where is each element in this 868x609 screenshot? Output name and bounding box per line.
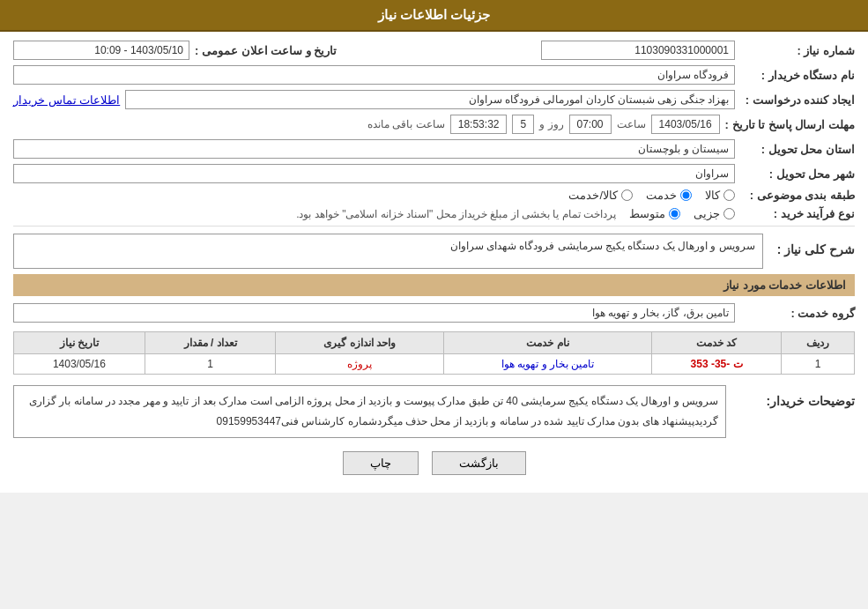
tamas-khardar-link[interactable]: اطلاعات تماس خریدار [13,93,120,107]
tabaqeh-radio-group: کالا خدمت کالا/خدمت [568,189,735,202]
cell-tarikh: 1403/05/16 [14,354,145,375]
grohe-khedmat-value: تامین برق، گاز، بخار و تهویه هوا [13,303,735,323]
col-vahed: واحد اندازه گیری [276,332,443,354]
toshihat-label: توضیحات خریدار: [740,394,855,408]
khadamat-section-header: اطلاعات خدمات مورد نیاز [13,274,855,296]
ostan-row: استان محل تحویل : سیستان و بلوچستان [13,139,855,159]
tabaqeh-kala-khedmat-item: کالا/خدمت [568,189,633,202]
print-button[interactable]: چاپ [343,451,419,475]
col-nam: نام خدمت [443,332,651,354]
farayand-radio-group: جزیی متوسط پرداخت تمام یا بخشی از مبلغ خ… [296,207,735,220]
shomare-niaz-value: 1103090331000001 [541,41,735,60]
shomare-niaz-row: شماره نیاز : 1103090331000001 تاریخ و سا… [13,41,855,60]
ijad-konandeh-label: ایجاد کننده درخواست : [740,93,855,107]
farayand-jozvi-label: جزیی [694,207,720,220]
table-header: ردیف کد خدمت نام خدمت واحد اندازه گیری ت… [14,332,855,354]
ijad-konandeh-value: بهزاد جنگی زهی شبستان کاردان امورمالی فر… [125,90,735,109]
ostan-value: سیستان و بلوچستان [13,139,735,159]
toshihat-value: سرویس و اورهال یک دستگاه یکیج سرمایشی 40… [13,385,726,438]
tabaqeh-kala-radio[interactable] [723,189,735,201]
tabaqeh-kala-item: کالا [705,189,735,202]
rooz-label: روز و [539,118,563,130]
farayand-motevaset-radio[interactable] [669,208,680,219]
table-body: 1 ت -35- 353 تامین بخار و تهویه هوا پروژ… [14,354,855,375]
cell-kod: ت -35- 353 [652,354,782,375]
saat-label: ساعت [617,118,646,130]
tabaqeh-kala-khedmat-label: کالا/خدمت [568,189,618,202]
khadamat-section-title: اطلاعات خدمات مورد نیاز [723,279,846,292]
farayand-motevaset-item: متوسط [629,207,680,220]
tabaqeh-kala-label: کالا [705,189,720,202]
nam-dastgah-row: نام دستگاه خریدار : فرودگاه سراوان [13,65,855,85]
grohe-khedmat-label: گروه خدمت : [740,307,855,320]
farayand-description: پرداخت تمام یا بخشی از مبلغ خریداز محل "… [296,208,616,220]
nam-dastgah-label: نام دستگاه خریدار : [740,69,855,82]
button-row: بازگشت چاپ [13,451,855,475]
sharh-niaz-row: شرح کلی نیاز : سرویس و اورهال یک دستگاه … [13,234,855,269]
mohlat-baqi: 18:53:32 [450,115,508,134]
shahr-label: شهر محل تحویل : [740,167,855,181]
col-tedad: تعداد / مقدار [145,332,276,354]
sharh-niaz-label: شرح کلی نیاز : [777,242,855,256]
tabaqeh-khedmat-label: خدمت [646,189,677,202]
cell-vahed: پروژه [276,354,443,375]
baqi-label: ساعت باقی مانده [367,118,445,130]
services-table-section: ردیف کد خدمت نام خدمت واحد اندازه گیری ت… [13,331,855,375]
divider-1 [13,226,855,227]
noe-farayand-label: نوع فرآیند خرید : [740,207,855,220]
services-table: ردیف کد خدمت نام خدمت واحد اندازه گیری ت… [13,331,855,375]
table-header-row: ردیف کد خدمت نام خدمت واحد اندازه گیری ت… [14,332,855,354]
cell-nam: تامین بخار و تهویه هوا [443,354,651,375]
mohlat-ersal-label: مهلت ارسال پاسخ تا تاریخ : [725,118,855,131]
nam-dastgah-value: فرودگاه سراوان [13,65,735,85]
table-row: 1 ت -35- 353 تامین بخار و تهویه هوا پروژ… [14,354,855,375]
mohlat-saat: 07:00 [569,115,612,134]
tabaqeh-row: طبقه بندی موضوعی : کالا خدمت کالا/خدمت [13,189,855,202]
tabaqeh-label: طبقه بندی موضوعی : [740,189,855,202]
mohlat-date: 1403/05/16 [651,115,720,134]
page-title: جزئیات اطلاعات نیاز [378,7,490,22]
grohe-khedmat-row: گروه خدمت : تامین برق، گاز، بخار و تهویه… [13,303,855,323]
col-tarikh: تاریخ نیاز [14,332,145,354]
tabaqeh-khedmat-radio[interactable] [680,189,692,201]
mohlat-ersal-row: مهلت ارسال پاسخ تا تاریخ : 1403/05/16 سا… [13,115,855,134]
back-button[interactable]: بازگشت [432,451,526,475]
ostan-label: استان محل تحویل : [740,143,855,156]
page-header: جزئیات اطلاعات نیاز [0,0,868,32]
farayand-motevaset-label: متوسط [629,207,665,220]
page-wrapper: جزئیات اطلاعات نیاز شماره نیاز : 1103090… [0,0,868,493]
farayand-jozvi-item: جزیی [694,207,735,220]
tabaqeh-khedmat-item: خدمت [646,189,692,202]
sharh-niaz-value: سرویس و اورهال یک دستگاه یکیج سرمایشی فر… [13,234,763,269]
toshihat-row: توضیحات خریدار: سرویس و اورهال یک دستگاه… [13,385,855,438]
tarikh-elan-label: تاریخ و ساعت اعلان عمومی : [195,44,337,57]
shomare-niaz-label: شماره نیاز : [740,44,855,57]
col-kod: کد خدمت [652,332,782,354]
mohlat-rooz: 5 [512,115,534,134]
cell-radif: 1 [782,354,855,375]
cell-tedad: 1 [145,354,276,375]
noe-farayand-row: نوع فرآیند خرید : جزیی متوسط پرداخت تمام… [13,207,855,220]
tarikh-elan-value: 1403/05/10 - 10:09 [13,41,189,60]
ijad-konandeh-row: ایجاد کننده درخواست : بهزاد جنگی زهی شبس… [13,90,855,109]
col-radif: ردیف [782,332,855,354]
tabaqeh-kala-khedmat-radio[interactable] [621,189,633,201]
mohlat-datetime: 1403/05/16 ساعت 07:00 روز و 5 18:53:32 س… [367,115,720,134]
shahr-value: سراوان [13,164,735,183]
shahr-row: شهر محل تحویل : سراوان [13,164,855,183]
content-area: شماره نیاز : 1103090331000001 تاریخ و سا… [0,32,868,493]
farayand-jozvi-radio[interactable] [723,208,735,219]
